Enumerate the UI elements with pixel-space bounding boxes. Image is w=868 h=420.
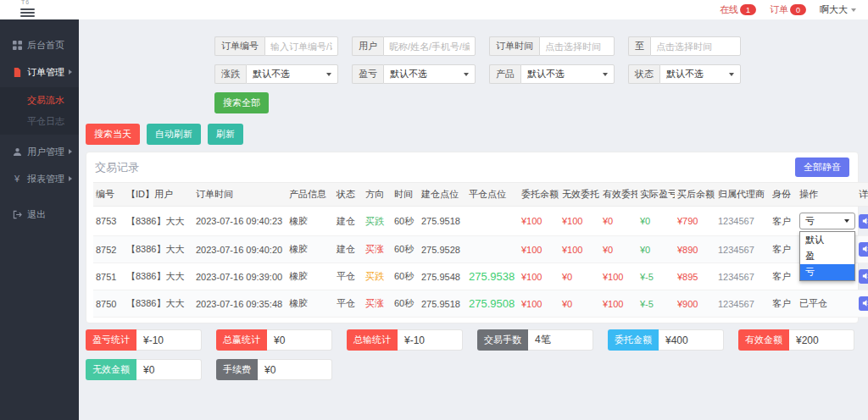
chevron-down-icon [464,73,469,76]
voice-button[interactable] [859,296,868,311]
filter-status-label: 状态 [628,64,659,84]
dropdown-option[interactable]: 亏 [800,264,854,280]
table-cell: ¥0 [559,290,600,318]
stat-value: ¥0 [258,359,332,380]
refresh-button[interactable]: 刷新 [208,124,243,145]
operation-cell: 已平仓 [797,290,856,318]
chevron-right-icon [69,69,72,75]
stat-label: 交易手数 [477,329,528,351]
voice-button[interactable] [859,242,868,257]
sidebar-item[interactable]: 退出 [0,202,79,226]
sidebar-item-label: 报表管理 [27,173,64,185]
table-cell: 【8386】大大 [124,290,193,318]
chevron-down-icon [844,219,849,223]
stat-value: ¥-10 [398,329,463,351]
order-time-input[interactable] [539,36,615,56]
profit-select[interactable]: 默认不选 [383,64,476,84]
operation-cell: 亏默认盈亏 [797,207,856,236]
orders-count-badge: 0 [790,4,806,15]
column-header: 操作 [797,183,856,207]
filter-time-to: 至 [628,36,741,56]
table-cell: 橡胶 [287,236,334,263]
search-all-button[interactable]: 搜索全部 [214,92,269,113]
sidebar-item[interactable]: 后台首页 [0,33,79,57]
stat-value: 4笔 [528,329,593,351]
stat-item: 委托金额¥400 [608,329,724,351]
table-cell: ¥100 [600,263,637,290]
sidebar-item[interactable]: 订单管理 [0,60,79,84]
profit-loss-select[interactable]: 亏 [799,213,855,229]
filter-updown: 涨跌 默认不选 [214,64,338,84]
filter-panel: 订单编号 用户 订单时间 至 [214,36,868,113]
sidebar-item[interactable]: 用户管理 [0,140,79,163]
table-cell: ¥0 [559,263,600,290]
column-header: 身份 [770,183,797,207]
table-cell: 建仓 [334,236,363,263]
stat-label: 总输统计 [347,329,398,351]
table-cell: 60秒 [392,263,419,290]
auto-refresh-button[interactable]: 自动刷新 [147,124,201,145]
dropdown-option[interactable]: 默认 [800,232,854,248]
table-cell [466,236,519,263]
dashboard-icon [11,41,23,50]
filter-user-label: 用户 [352,36,383,56]
table-cell: 买跌 [363,263,392,290]
card-title: 交易记录 [95,160,139,175]
sidebar-item[interactable]: ¥报表管理 [0,167,79,191]
table-cell: 8752 [93,236,124,263]
user-menu[interactable]: 啊大大 [820,3,856,16]
user-input[interactable] [383,36,476,56]
table-cell: 1234567 [715,207,770,236]
stat-item: 有效金额¥200 [738,329,854,351]
stats-panel: 盈亏统计¥-10总赢统计¥0总输统计¥-10交易手数4笔委托金额¥400有效金额… [86,329,868,380]
table-cell: 2023-07-16 09:35:48 [193,290,287,318]
column-header: 编号 [93,183,124,207]
stat-label: 有效金额 [738,329,789,351]
orders-indicator[interactable]: 订单 0 [770,3,806,16]
orders-label: 订单 [770,3,788,16]
status-select-value: 默认不选 [666,68,704,80]
table-cell: 橡胶 [287,263,334,290]
order-no-input[interactable] [264,36,338,56]
stat-item: 盈亏统计¥-10 [86,329,202,351]
product-select[interactable]: 默认不选 [520,64,615,84]
chevron-down-icon [851,8,856,12]
users-icon [11,147,23,157]
voice-button[interactable] [859,269,868,284]
table-cell: 275.9518 [419,207,466,236]
stat-value: ¥-10 [136,329,202,351]
mute-all-button[interactable]: 全部静音 [795,158,849,177]
column-header: 无效委托 [559,183,600,207]
topbar: T6 在线 1 订单 0 啊大大 [0,0,868,19]
column-header: 产品信息 [287,183,334,207]
product-select-value: 默认不选 [527,68,565,80]
table-cell: 2023-07-16 09:40:20 [193,236,287,263]
table-cell: ¥890 [675,236,715,263]
table-cell: ¥100 [519,290,559,318]
status-select[interactable]: 默认不选 [659,64,741,84]
table-cell: ¥100 [559,236,600,263]
table-cell: 60秒 [392,207,419,236]
column-header: 时间 [392,183,419,207]
stat-item: 总输统计¥-10 [347,329,463,351]
table-cell: 买跌 [363,207,392,236]
voice-button[interactable] [859,214,868,229]
updown-select[interactable]: 默认不选 [246,64,338,84]
stat-item: 无效金额¥0 [86,359,202,380]
table-cell: 8750 [93,290,124,318]
filter-user: 用户 [352,36,476,56]
trade-records-card: 交易记录 全部静音 编号【ID】用户订单时间产品信息状态方向时间建仓点位平仓点位… [86,152,859,323]
column-header: 订单时间 [193,183,287,207]
admin-app: T6 在线 1 订单 0 啊大大 后台首页订单管理交易流水平仓日志用户管理¥报表… [0,0,868,420]
filter-product-label: 产品 [489,64,520,84]
search-today-button[interactable]: 搜索当天 [86,124,140,145]
sidebar-toggle-icon[interactable] [20,7,35,19]
online-indicator[interactable]: 在线 1 [720,3,756,16]
time-to-input[interactable] [650,36,741,56]
sidebar-subitem[interactable]: 交易流水 [0,90,79,111]
table-cell: ¥900 [675,290,715,318]
stat-label: 盈亏统计 [86,329,136,351]
dropdown-option[interactable]: 盈 [800,248,854,264]
sidebar-subitem[interactable]: 平仓日志 [0,111,79,132]
table-cell: 买涨 [363,236,392,263]
